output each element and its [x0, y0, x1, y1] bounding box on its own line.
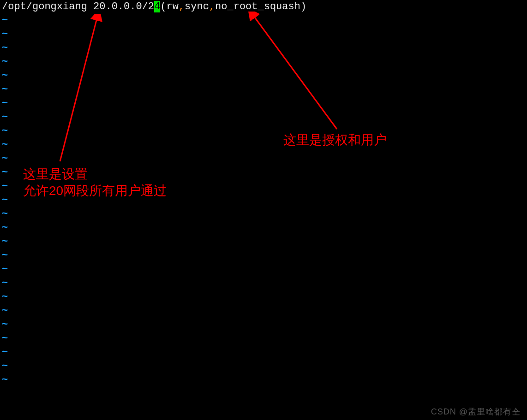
empty-line-marker: ~ [0, 318, 527, 332]
empty-line-marker: ~ [0, 138, 527, 152]
empty-line-marker: ~ [0, 373, 527, 387]
path-segment: /opt/gongxiang 20.0.0.0/2 [2, 1, 154, 12]
editor-line-1[interactable]: /opt/gongxiang 20.0.0.0/24(rw,sync,no_ro… [0, 0, 527, 14]
empty-line-marker: ~ [0, 41, 527, 55]
comma-1: , [179, 1, 185, 12]
empty-line-marker: ~ [0, 360, 527, 373]
empty-line-marker: ~ [0, 111, 527, 124]
empty-line-marker: ~ [0, 277, 527, 290]
text-cursor: 4 [154, 1, 160, 12]
empty-line-marker: ~ [0, 263, 527, 277]
vi-editor[interactable]: /opt/gongxiang 20.0.0.0/24(rw,sync,no_ro… [0, 0, 527, 420]
annotation-left: 这里是设置 允许20网段所有用户通过 [23, 166, 167, 199]
empty-line-marker: ~ [0, 290, 527, 304]
empty-line-marker: ~ [0, 207, 527, 221]
empty-line-marker: ~ [0, 235, 527, 249]
empty-line-marker: ~ [0, 249, 527, 263]
empty-line-marker: ~ [0, 304, 527, 318]
empty-line-marker: ~ [0, 124, 527, 138]
empty-line-marker: ~ [0, 69, 527, 83]
empty-line-marker: ~ [0, 14, 527, 28]
annotation-right: 这里是授权和用户 [283, 132, 387, 148]
paren-close: ) [300, 1, 306, 12]
empty-line-marker: ~ [0, 97, 527, 111]
paren-open: ( [160, 1, 166, 12]
comma-2: , [209, 1, 215, 12]
empty-line-marker: ~ [0, 346, 527, 360]
empty-line-marker: ~ [0, 152, 527, 166]
empty-line-marker: ~ [0, 28, 527, 41]
empty-line-marker: ~ [0, 332, 527, 346]
empty-line-marker: ~ [0, 83, 527, 97]
empty-line-marker: ~ [0, 55, 527, 69]
empty-line-marker: ~ [0, 221, 527, 235]
option-rw: rw [166, 1, 178, 12]
watermark-text: CSDN @盂里啥都有仝 [431, 406, 521, 417]
option-sync: sync [185, 1, 209, 12]
option-no-root-squash: no_root_squash [215, 1, 300, 12]
